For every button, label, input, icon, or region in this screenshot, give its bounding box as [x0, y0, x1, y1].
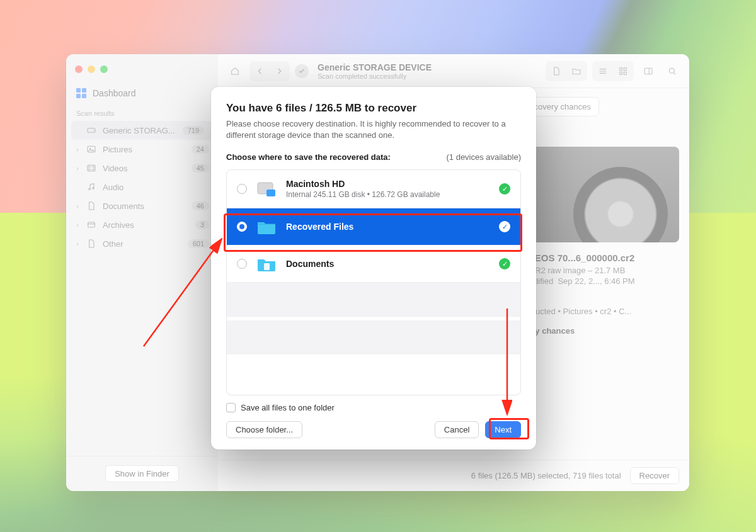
hdd-icon	[256, 179, 277, 198]
devices-available-label: (1 devices available)	[446, 152, 521, 162]
modal-title: You have 6 files / 126.5 MB to recover	[226, 102, 521, 115]
folder-icon	[256, 217, 277, 236]
destination-list: Macintosh HD Internal 245.11 GB disk • 1…	[226, 169, 521, 395]
destination-name: Recovered Files	[286, 222, 490, 232]
destination-documents[interactable]: Documents ✓	[227, 246, 520, 283]
destination-empty-row	[227, 283, 520, 317]
radio-button[interactable]	[237, 259, 247, 269]
modal-subtitle: Please choose recovery destination. It i…	[226, 118, 521, 141]
svg-rect-16	[264, 263, 270, 270]
destination-meta: Internal 245.11 GB disk • 126.72 GB avai…	[286, 190, 490, 199]
destination-macintosh-hd[interactable]: Macintosh HD Internal 245.11 GB disk • 1…	[227, 170, 520, 208]
recovery-destination-modal: You have 6 files / 126.5 MB to recover P…	[211, 87, 536, 450]
save-all-to-one-folder-checkbox[interactable]	[226, 403, 236, 412]
cancel-button[interactable]: Cancel	[435, 421, 479, 438]
check-ok-icon: ✓	[499, 183, 510, 195]
choose-destination-label: Choose where to save the recovered data:	[226, 152, 446, 162]
destination-empty-row	[227, 320, 520, 354]
destination-recovered-files[interactable]: Recovered Files ✓	[227, 208, 520, 246]
check-ok-icon: ✓	[499, 258, 510, 269]
save-all-to-one-folder-label: Save all files to one folder	[241, 403, 335, 412]
check-ok-icon: ✓	[499, 221, 510, 232]
destination-name: Macintosh HD	[286, 179, 490, 189]
radio-button[interactable]	[237, 222, 247, 232]
svg-rect-15	[266, 190, 275, 196]
radio-button[interactable]	[237, 184, 247, 194]
destination-name: Documents	[286, 259, 490, 269]
choose-folder-button[interactable]: Choose folder...	[226, 421, 302, 438]
next-button[interactable]: Next	[485, 421, 521, 438]
folder-icon	[256, 254, 277, 273]
